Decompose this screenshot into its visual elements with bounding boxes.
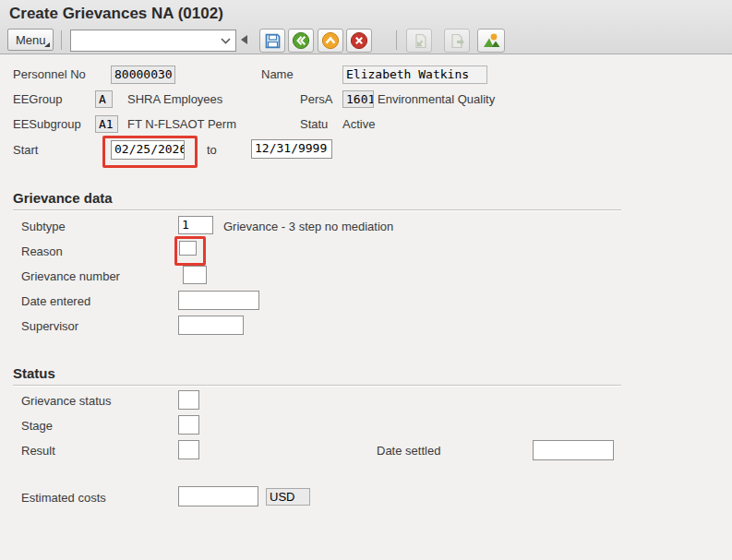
- section-grievance-data-title: Grievance data: [13, 190, 113, 206]
- previous-record-icon: [411, 32, 428, 50]
- next-record-button: [444, 29, 470, 53]
- date-entered-field[interactable]: [178, 291, 259, 310]
- title-bar: Create Grievances NA (0102) Menu: [0, 0, 732, 54]
- section-divider: [13, 209, 621, 211]
- ee-subgroup-text: FT N-FLSAOT Perm: [127, 117, 236, 131]
- grievance-number-field[interactable]: [183, 266, 207, 284]
- command-combobox[interactable]: [70, 30, 236, 52]
- page-title: Create Grievances NA (0102): [9, 5, 223, 23]
- ee-group-text: SHRA Employees: [127, 92, 222, 106]
- employment-status-text: Active: [342, 117, 375, 131]
- section-status-title: Status: [13, 365, 55, 381]
- end-date-field[interactable]: 12/31/9999: [251, 139, 332, 159]
- ee-subgroup-label: EESubgroup: [13, 117, 81, 131]
- create-grievances-window: Create Grievances NA (0102) Menu: [0, 0, 732, 560]
- stage-label: Stage: [21, 419, 53, 433]
- exit-icon: [321, 31, 340, 50]
- estimated-costs-label: Estimated costs: [21, 491, 106, 505]
- subtype-field[interactable]: 1: [178, 216, 213, 234]
- pers-a-field[interactable]: 1601: [342, 90, 374, 108]
- result-label: Result: [21, 444, 55, 458]
- to-label: to: [207, 143, 217, 157]
- personnel-no-field[interactable]: 80000030: [111, 66, 175, 84]
- back-icon: [292, 31, 310, 50]
- pers-a-text: Environmental Quality: [378, 92, 495, 106]
- grievance-status-field[interactable]: [178, 390, 199, 410]
- personnel-no-label: Personnel No: [13, 67, 86, 81]
- personnel-file-icon: [482, 31, 501, 50]
- result-field[interactable]: [178, 440, 199, 459]
- cancel-icon: [350, 31, 368, 50]
- cancel-button[interactable]: [346, 29, 372, 53]
- employment-status-label: Statu: [300, 117, 328, 131]
- chevron-down-icon: [221, 38, 231, 44]
- currency-field: USD: [266, 488, 310, 506]
- reason-label: Reason: [21, 244, 63, 258]
- grievance-status-label: Grievance status: [21, 394, 112, 408]
- toolbar-separator: [396, 30, 397, 50]
- name-label: Name: [261, 67, 294, 81]
- name-field[interactable]: Elizabeth Watkins: [342, 66, 487, 84]
- subtype-label: Subtype: [21, 220, 66, 233]
- date-entered-label: Date entered: [21, 294, 90, 308]
- back-button[interactable]: [288, 29, 314, 53]
- start-date-field[interactable]: 02/25/2026: [111, 140, 185, 160]
- toolbar-separator: [61, 30, 62, 50]
- menu-button-label: Menu: [16, 33, 46, 47]
- personnel-file-button[interactable]: [477, 29, 505, 53]
- ee-group-label: EEGroup: [13, 92, 62, 106]
- save-button[interactable]: [259, 29, 285, 53]
- date-settled-field[interactable]: [533, 440, 614, 460]
- pers-a-label: PersA: [300, 92, 332, 106]
- supervisor-label: Supervisor: [21, 319, 78, 333]
- ee-subgroup-field[interactable]: A1: [95, 115, 118, 133]
- grievance-number-label: Grievance number: [21, 269, 120, 283]
- save-icon: [264, 32, 282, 50]
- supervisor-field[interactable]: [178, 316, 244, 335]
- start-date-label: Start: [13, 143, 38, 157]
- stage-field[interactable]: [178, 415, 199, 435]
- reason-field[interactable]: [179, 241, 197, 256]
- estimated-costs-field[interactable]: [178, 486, 258, 506]
- exit-button[interactable]: [318, 29, 343, 53]
- previous-record-button: [406, 29, 432, 53]
- collapse-toolbar-icon[interactable]: [241, 35, 247, 44]
- ee-group-field[interactable]: A: [95, 90, 113, 108]
- subtype-text: Grievance - 3 step no mediation: [223, 220, 393, 233]
- section-divider: [13, 385, 621, 387]
- menu-button[interactable]: Menu: [7, 29, 54, 51]
- date-settled-label: Date settled: [377, 444, 440, 458]
- next-record-icon: [449, 32, 466, 50]
